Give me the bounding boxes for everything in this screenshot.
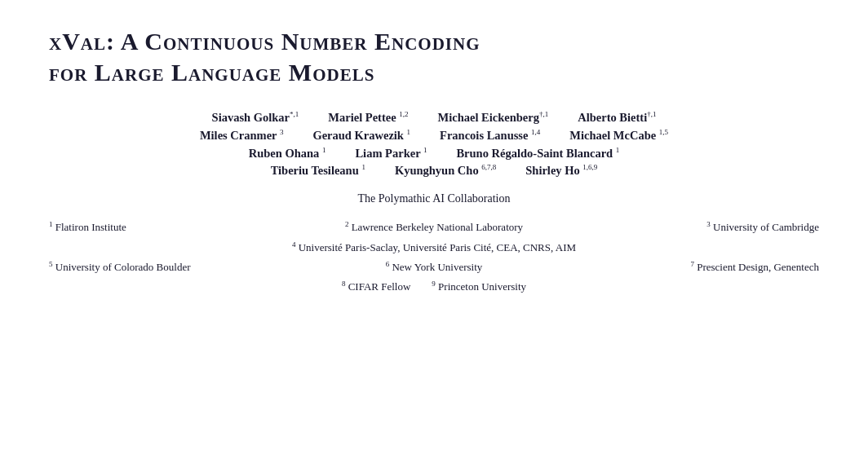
author-miles-cranmer: Miles Cranmer 3 <box>200 128 283 143</box>
author-geraud-krawezik: Geraud Krawezik 1 <box>312 128 410 143</box>
affil-flatiron: 1 Flatiron Institute <box>49 218 306 236</box>
collaboration: The Polymathic AI Collaboration <box>49 192 819 205</box>
paper-title-section: xVal: A Continuous Number Encoding for L… <box>49 26 819 87</box>
author-bruno-regaldo: Bruno Régaldo-Saint Blancard 1 <box>456 146 619 161</box>
affil-colorado: 5 University of Colorado Boulder <box>49 258 306 276</box>
affil-paris: 4 Université Paris-Saclay, Université Pa… <box>292 241 576 253</box>
affil-row-3: 5 University of Colorado Boulder 6 New Y… <box>49 258 819 276</box>
affil-row-2: 4 Université Paris-Saclay, Université Pa… <box>49 238 819 256</box>
author-michael-eickenberg: Michael Eickenberg†,1 <box>438 110 549 125</box>
author-siavash-golkar: Siavash Golkar*,1 <box>212 110 299 125</box>
affil-prescient: 7 Prescient Design, Genentech <box>562 258 819 276</box>
author-liam-parker: Liam Parker 1 <box>355 146 427 161</box>
author-tiberiu-tesileanu: Tiberiu Tesileanu 1 <box>271 163 365 178</box>
author-kyunghyun-cho: Kyunghyun Cho 6,7,8 <box>395 163 496 178</box>
author-alberto-bietti: Alberto Bietti†,1 <box>578 110 656 125</box>
paper-title: xVal: A Continuous Number Encoding for L… <box>49 26 819 87</box>
author-row-3: Ruben Ohana 1 Liam Parker 1 Bruno Régald… <box>49 146 819 161</box>
author-row-4: Tiberiu Tesileanu 1 Kyunghyun Cho 6,7,8 … <box>49 163 819 178</box>
author-michael-mccabe: Michael McCabe 1,5 <box>569 128 668 143</box>
author-shirley-ho: Shirley Ho 1,6,9 <box>525 163 597 178</box>
affil-lbnl: 2 Lawrence Berkeley National Laboratory <box>306 218 563 236</box>
affil-cambridge: 3 University of Cambridge <box>562 218 819 236</box>
affil-cifar: 8 CIFAR Fellow <box>342 280 410 293</box>
author-ruben-ohana: Ruben Ohana 1 <box>249 146 326 161</box>
affil-row-1: 1 Flatiron Institute 2 Lawrence Berkeley… <box>49 218 819 236</box>
affiliations-section: 1 Flatiron Institute 2 Lawrence Berkeley… <box>49 218 819 296</box>
author-francois-lanusse: Francois Lanusse 1,4 <box>440 128 540 143</box>
affil-nyu: 6 New York University <box>306 258 563 276</box>
authors-section: Siavash Golkar*,1 Mariel Pettee 1,2 Mich… <box>49 110 819 178</box>
affil-princeton: 9 Princeton University <box>432 280 526 293</box>
author-mariel-pettee: Mariel Pettee 1,2 <box>328 110 408 125</box>
author-row-2: Miles Cranmer 3 Geraud Krawezik 1 Franco… <box>49 128 819 143</box>
author-row-1: Siavash Golkar*,1 Mariel Pettee 1,2 Mich… <box>49 110 819 125</box>
title-line1: xVal: A Continuous Number Encoding <box>49 28 480 55</box>
title-line2: for Large Language Models <box>49 59 374 86</box>
affil-row-4: 8 CIFAR Fellow 9 Princeton University <box>49 278 819 296</box>
